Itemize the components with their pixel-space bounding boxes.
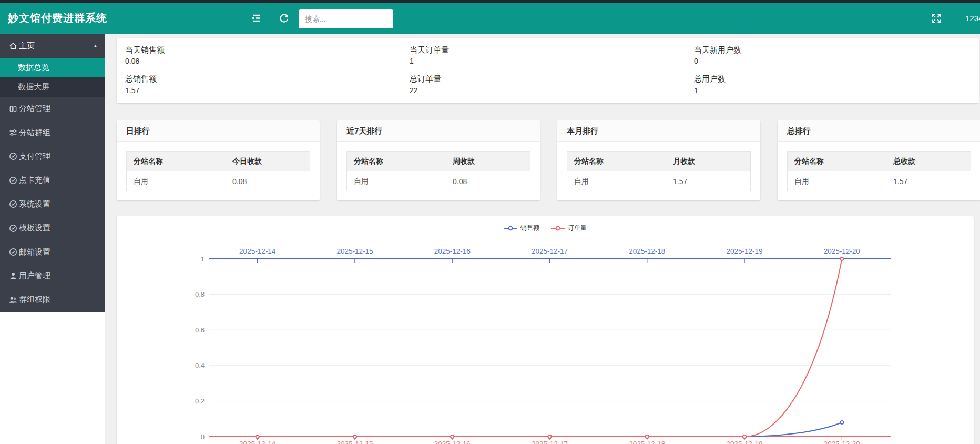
ranking-card-日排行: 日排行分站名称今日收款自用0.08: [117, 120, 320, 200]
legend-item-订单量[interactable]: 订单量: [551, 224, 587, 233]
svg-text:2025-12-16: 2025-12-16: [434, 440, 471, 444]
col-header-amount: 今日收款: [226, 152, 310, 171]
amount-cell: 1.57: [886, 171, 971, 191]
svg-text:0.8: 0.8: [195, 290, 205, 298]
ranking-table: 分站名称今日收款自用0.08: [126, 151, 310, 191]
sidebar-item-主页[interactable]: 主页▲: [0, 34, 105, 58]
stat-value: 1: [410, 57, 414, 65]
users-icon: [9, 296, 17, 304]
sliders-icon: [9, 128, 17, 137]
svg-text:2025-12-18: 2025-12-18: [629, 247, 665, 255]
stat-value: 0: [694, 57, 698, 65]
sidebar-item-支付管理[interactable]: 支付管理: [0, 145, 105, 168]
search-input[interactable]: [299, 9, 393, 28]
sidebar-item-label: 主页: [19, 41, 35, 51]
svg-text:2025-12-20: 2025-12-20: [824, 247, 860, 255]
stat-value: 1: [694, 86, 698, 95]
sidebar-item-label: 邮箱设置: [19, 247, 50, 257]
check-circle-icon: [9, 224, 17, 233]
ranking-table: 分站名称周收款自用0.08: [346, 151, 530, 191]
table-header-row: 分站名称总收款: [788, 152, 971, 171]
stat-value: 0.08: [125, 57, 139, 65]
svg-text:2025-12-19: 2025-12-19: [727, 440, 763, 444]
check-circle-icon: [9, 152, 17, 160]
sales-orders-line-chart: 00.20.40.60.812025-12-142025-12-152025-1…: [117, 216, 974, 444]
content-area: 当天销售额0.08总销售额1.57当天订单量1总订单量22当天新用户数0总用户数…: [105, 34, 980, 444]
ranking-table: 分站名称月收款自用1.57: [567, 151, 751, 191]
ranking-card-本月排行: 本月排行分站名称月收款自用1.57: [557, 120, 760, 200]
table-row: 自用1.57: [567, 171, 751, 191]
amount-cell: 0.08: [226, 171, 310, 191]
stat-label: 当天销售额: [125, 45, 165, 55]
ranking-card-body: 分站名称今日收款自用0.08: [117, 142, 320, 191]
sidebar-item-模板设置[interactable]: 模板设置: [0, 216, 105, 240]
sidebar-item-label: 分站群组: [19, 128, 50, 138]
sidebar-item-label: 群组权限: [19, 295, 50, 305]
ranking-card-body: 分站名称月收款自用1.57: [557, 142, 760, 191]
dashboard-page: 妙文馆付费进群系统: [0, 0, 980, 444]
svg-text:0.2: 0.2: [195, 397, 205, 405]
sidebar-subitem-数据总览[interactable]: 数据总览: [0, 58, 105, 77]
sidebar-item-邮箱设置[interactable]: 邮箱设置: [0, 240, 105, 264]
svg-text:2025-12-20: 2025-12-20: [824, 440, 860, 444]
sidebar-item-label: 分站管理: [19, 104, 50, 114]
col-header-site: 分站名称: [127, 152, 226, 171]
legend-label: 销售额: [520, 224, 539, 233]
ranking-card-title: 总排行: [778, 120, 980, 142]
stat-label: 当天新用户数: [694, 45, 741, 55]
svg-text:2025-12-14: 2025-12-14: [239, 440, 276, 444]
ranking-table: 分站名称总收款自用1.57: [787, 151, 971, 191]
sidebar-item-label: 模板设置: [19, 223, 50, 233]
app-title: 妙文馆付费进群系统: [8, 3, 107, 34]
legend-label: 订单量: [568, 224, 587, 233]
col-header-site: 分站名称: [567, 152, 666, 171]
svg-text:2025-12-14: 2025-12-14: [239, 247, 276, 255]
sidebar-item-群组权限[interactable]: 群组权限: [0, 288, 105, 311]
search-box: [299, 9, 393, 28]
ranking-card-title: 本月排行: [557, 120, 760, 142]
svg-text:2025-12-15: 2025-12-15: [336, 440, 373, 444]
svg-text:2025-12-15: 2025-12-15: [336, 247, 373, 255]
col-header-site: 分站名称: [788, 152, 886, 171]
chevron-up-icon: ▲: [93, 43, 98, 48]
stat-value: 1.57: [125, 86, 139, 95]
fullscreen-icon[interactable]: [932, 3, 941, 34]
svg-text:0.4: 0.4: [195, 361, 205, 369]
ranking-card-body: 分站名称周收款自用0.08: [337, 142, 540, 191]
sidebar-item-点卡充值[interactable]: 点卡充值: [0, 168, 105, 192]
svg-text:2025-12-17: 2025-12-17: [532, 247, 568, 255]
svg-text:0: 0: [201, 433, 205, 441]
collapse-sidebar-icon[interactable]: [251, 3, 261, 34]
refresh-icon[interactable]: [279, 3, 289, 34]
home-icon: [9, 42, 17, 50]
sidebar-item-label: 点卡充值: [19, 175, 50, 185]
sidebar-subitem-数据大屏[interactable]: 数据大屏: [0, 77, 105, 97]
col-header-amount: 周收款: [446, 152, 530, 171]
col-header-site: 分站名称: [347, 152, 446, 171]
legend-item-销售额[interactable]: 销售额: [504, 224, 539, 233]
sidebar-item-分站群组[interactable]: 分站群组: [0, 120, 105, 144]
sidebar-subitem-label: 数据总览: [18, 63, 49, 73]
col-header-amount: 总收款: [886, 152, 971, 171]
table-header-row: 分站名称周收款: [347, 152, 530, 171]
sidebar-item-分站管理[interactable]: 分站管理: [0, 97, 105, 120]
site-name-cell: 自用: [127, 171, 226, 191]
header-user-text[interactable]: 12345: [965, 3, 980, 34]
check-circle-icon: [9, 176, 17, 185]
legend-line-marker-icon: [504, 226, 517, 231]
columns-icon: [9, 105, 17, 113]
sidebar-item-label: 系统设置: [19, 199, 50, 209]
legend-line-marker-icon: [551, 226, 565, 231]
stat-value: 22: [410, 86, 418, 95]
table-header-row: 分站名称今日收款: [127, 152, 310, 171]
sidebar-item-系统设置[interactable]: 系统设置: [0, 193, 105, 216]
svg-text:2025-12-17: 2025-12-17: [532, 440, 568, 444]
table-header-row: 分站名称月收款: [567, 152, 751, 171]
chart-legend: 销售额订单量: [117, 224, 974, 233]
sidebar-item-用户管理[interactable]: 用户管理: [0, 264, 105, 288]
check-circle-icon: [9, 200, 17, 208]
sidebar-nav: 主页▲数据总览数据大屏分站管理分站群组支付管理点卡充值系统设置模板设置邮箱设置用…: [0, 34, 105, 312]
sidebar-item-label: 用户管理: [19, 271, 50, 281]
stats-card: 当天销售额0.08总销售额1.57当天订单量1总订单量22当天新用户数0总用户数…: [117, 38, 979, 103]
site-name-cell: 自用: [347, 171, 446, 191]
